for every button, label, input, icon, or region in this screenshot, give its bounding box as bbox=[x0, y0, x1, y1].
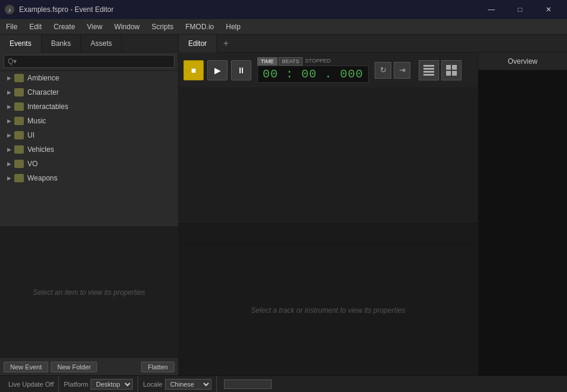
tree-label: Interactables bbox=[27, 102, 68, 111]
play-button[interactable]: ▶ bbox=[207, 60, 228, 80]
tree-arrow: ▶ bbox=[5, 102, 13, 111]
editor-tab-main[interactable]: Editor bbox=[179, 35, 217, 52]
locale-label: Locale bbox=[143, 381, 162, 388]
instrument-empty-text: Select a track or instrument to view its… bbox=[251, 306, 406, 315]
grid-view-icon bbox=[446, 65, 457, 76]
transport-status: STOPPED bbox=[305, 58, 331, 64]
tree-label: Ambience bbox=[27, 74, 59, 82]
transport-extras: ↻ ⇥ bbox=[375, 62, 410, 79]
tree-arrow: ▶ bbox=[5, 88, 13, 97]
right-area: Editor + ■ ▶ ⏸ TIME BEATS bbox=[179, 35, 567, 375]
status-spacer bbox=[217, 376, 563, 392]
transport-bar: ■ ▶ ⏸ TIME BEATS STOPPED 00 : 00 . 000 bbox=[179, 52, 478, 88]
menu-create[interactable]: Create bbox=[48, 19, 81, 35]
tree-label: Music bbox=[27, 117, 46, 125]
tab-banks[interactable]: Banks bbox=[42, 35, 81, 52]
menu-edit[interactable]: Edit bbox=[23, 19, 48, 35]
tree-arrow: ▶ bbox=[5, 145, 13, 154]
stop-button[interactable]: ■ bbox=[183, 60, 204, 80]
time-mode-buttons: TIME BEATS bbox=[257, 57, 303, 66]
tree-item-ambience[interactable]: ▶ Ambience bbox=[0, 71, 178, 85]
tree-item-vo[interactable]: ▶ VO bbox=[0, 157, 178, 171]
loop-button[interactable]: ↻ bbox=[375, 62, 391, 79]
pause-button[interactable]: ⏸ bbox=[231, 60, 251, 80]
tree-label: VO bbox=[27, 160, 38, 168]
time-mode-beats[interactable]: BEATS bbox=[279, 57, 303, 66]
tree-item-vehicles[interactable]: ▶ Vehicles bbox=[0, 142, 178, 157]
tree-arrow: ▶ bbox=[5, 174, 13, 182]
tree-item-interactables[interactable]: ▶ Interactables bbox=[0, 99, 178, 114]
platform-select[interactable]: Desktop Mobile Console bbox=[91, 379, 133, 390]
new-event-button[interactable]: New Event bbox=[4, 362, 48, 372]
search-bar bbox=[0, 52, 178, 71]
minimize-button[interactable]: — bbox=[478, 0, 505, 19]
menu-view[interactable]: View bbox=[81, 19, 108, 35]
tree-arrow: ▶ bbox=[5, 131, 13, 139]
add-tab-button[interactable]: + bbox=[217, 35, 235, 52]
folder-icon bbox=[14, 117, 24, 125]
left-panel: Events Banks Assets ▶ Ambience ▶ Charact… bbox=[0, 35, 179, 375]
title-bar: ♪ Examples.fspro - Event Editor — □ ✕ bbox=[0, 0, 567, 19]
menu-fmod[interactable]: FMOD.io bbox=[179, 19, 220, 35]
tree-item-ui[interactable]: ▶ UI bbox=[0, 128, 178, 142]
time-mode-time[interactable]: TIME bbox=[257, 57, 278, 66]
status-bar: Live Update Off Platform Desktop Mobile … bbox=[0, 375, 567, 392]
window-controls: — □ ✕ bbox=[478, 0, 562, 19]
skip-button[interactable]: ⇥ bbox=[394, 62, 410, 79]
tree-item-weapons[interactable]: ▶ Weapons bbox=[0, 171, 178, 185]
flatten-button[interactable]: Flatten bbox=[141, 362, 175, 372]
tree-arrow: ▶ bbox=[5, 117, 13, 125]
status-extra-input[interactable] bbox=[224, 379, 272, 389]
track-area[interactable] bbox=[179, 88, 478, 223]
overview-content bbox=[478, 70, 567, 375]
locale-status: Locale Chinese English Japanese bbox=[138, 376, 216, 392]
list-view-button[interactable] bbox=[419, 60, 439, 80]
folder-icon bbox=[14, 88, 24, 97]
editor-main: ■ ▶ ⏸ TIME BEATS STOPPED 00 : 00 . 000 bbox=[179, 52, 567, 375]
overview-header: Overview bbox=[478, 52, 567, 70]
tree-arrow: ▶ bbox=[5, 160, 13, 168]
menu-file[interactable]: File bbox=[0, 19, 23, 35]
editor-tabs: Editor + bbox=[179, 35, 567, 52]
locale-select[interactable]: Chinese English Japanese bbox=[165, 379, 211, 390]
tab-assets[interactable]: Assets bbox=[81, 35, 122, 52]
folder-icon bbox=[14, 102, 24, 111]
overview-title: Overview bbox=[507, 57, 537, 66]
maximize-button[interactable]: □ bbox=[506, 0, 534, 19]
platform-status: Platform Desktop Mobile Console bbox=[59, 376, 138, 392]
window-title: Examples.fspro - Event Editor bbox=[19, 5, 478, 14]
editor-center: ■ ▶ ⏸ TIME BEATS STOPPED 00 : 00 . 000 bbox=[179, 52, 478, 375]
tab-events[interactable]: Events bbox=[0, 35, 42, 52]
event-tree: ▶ Ambience ▶ Character ▶ Interactables ▶… bbox=[0, 71, 178, 226]
time-display: TIME BEATS STOPPED 00 : 00 . 000 bbox=[257, 57, 369, 83]
left-panel-tabs: Events Banks Assets bbox=[0, 35, 178, 52]
tree-item-character[interactable]: ▶ Character bbox=[0, 85, 178, 99]
close-button[interactable]: ✕ bbox=[535, 0, 562, 19]
menu-scripts[interactable]: Scripts bbox=[146, 19, 180, 35]
content-area: Events Banks Assets ▶ Ambience ▶ Charact… bbox=[0, 35, 567, 375]
platform-label: Platform bbox=[64, 381, 88, 388]
live-update-label: Live Update Off bbox=[8, 381, 54, 388]
app-icon: ♪ bbox=[5, 5, 14, 14]
folder-icon bbox=[14, 145, 24, 154]
properties-panel: Select an item to view its properties bbox=[0, 226, 178, 357]
editor-bottom-strip bbox=[179, 223, 478, 244]
menu-bar: File Edit Create View Window Scripts FMO… bbox=[0, 19, 567, 35]
menu-help[interactable]: Help bbox=[220, 19, 247, 35]
tree-label: Character bbox=[27, 88, 59, 97]
tree-label: Vehicles bbox=[27, 145, 54, 154]
live-update-status: Live Update Off bbox=[4, 376, 59, 392]
overview-panel: Overview bbox=[478, 52, 567, 375]
folder-icon bbox=[14, 74, 24, 82]
bottom-buttons: New Event New Folder Flatten bbox=[0, 357, 178, 375]
tree-arrow: ▶ bbox=[5, 74, 13, 82]
new-folder-button[interactable]: New Folder bbox=[51, 362, 97, 372]
tree-item-music[interactable]: ▶ Music bbox=[0, 114, 178, 128]
search-input[interactable] bbox=[4, 55, 175, 68]
properties-empty-text: Select an item to view its properties bbox=[33, 288, 145, 297]
tree-label: UI bbox=[27, 131, 35, 139]
grid-view-button[interactable] bbox=[441, 60, 462, 80]
view-buttons bbox=[419, 60, 462, 80]
menu-window[interactable]: Window bbox=[108, 19, 146, 35]
instrument-properties: Select a track or instrument to view its… bbox=[179, 244, 478, 375]
